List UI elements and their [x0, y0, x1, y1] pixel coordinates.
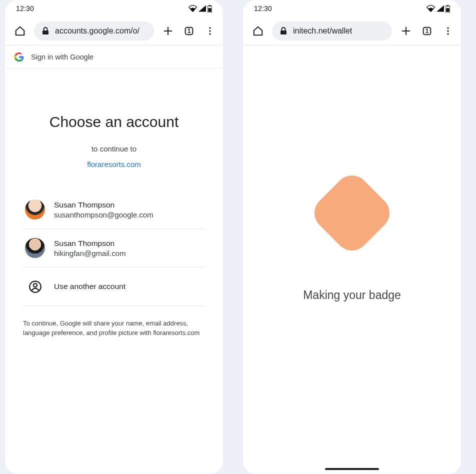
- signal-icon: [436, 5, 444, 12]
- status-icons: [426, 5, 450, 12]
- svg-point-9: [33, 284, 36, 287]
- person-icon: [25, 276, 45, 296]
- wifi-icon: [188, 5, 197, 12]
- page-title: Choose an account: [23, 114, 205, 130]
- disclosure-text: To continue, Google will share your name…: [23, 319, 205, 338]
- lock-icon: [42, 27, 49, 35]
- svg-rect-1: [209, 5, 211, 6]
- tabs-icon[interactable]: 1: [182, 24, 196, 38]
- new-tab-icon[interactable]: [161, 24, 175, 38]
- battery-icon: [446, 5, 450, 12]
- home-icon[interactable]: [13, 24, 27, 38]
- use-another-account-label: Use another account: [54, 282, 126, 291]
- status-bar: 12:30: [5, 0, 223, 17]
- battery-icon: [208, 5, 212, 12]
- browser-bar: accounts.google.com/o/ 1: [5, 17, 223, 45]
- subtitle: to continue to: [23, 144, 205, 153]
- loading-message: Making your badge: [303, 288, 401, 302]
- relying-party-link[interactable]: floraresorts.com: [23, 160, 205, 168]
- url-text: accounts.google.com/o/: [55, 26, 140, 36]
- svg-point-5: [209, 27, 210, 28]
- svg-rect-2: [208, 8, 211, 12]
- gis-label: Sign in with Google: [31, 53, 94, 61]
- avatar: [25, 238, 45, 258]
- account-list: Susan Thompson susanthompson@google.com …: [23, 190, 205, 306]
- wifi-icon: [426, 5, 435, 12]
- svg-rect-12: [446, 8, 449, 12]
- status-bar: 12:30: [243, 0, 461, 17]
- account-name: Susan Thompson: [54, 239, 126, 248]
- account-row[interactable]: Susan Thompson susanthompson@google.com: [23, 190, 205, 229]
- avatar: [25, 200, 45, 220]
- phone-right: 12:30 initech.net/wallet 1 Making your b…: [243, 0, 461, 474]
- menu-icon[interactable]: [203, 24, 217, 38]
- svg-rect-11: [447, 5, 449, 6]
- account-name: Susan Thompson: [54, 200, 154, 210]
- google-g-icon: [14, 52, 24, 62]
- gis-header: Sign in with Google: [5, 46, 223, 68]
- phone-left: 12:30 accounts.google.com/o/ 1: [5, 0, 223, 474]
- status-time: 12:30: [254, 4, 272, 12]
- loading-content: Making your badge: [243, 28, 461, 456]
- account-email: susanthompson@google.com: [54, 210, 154, 219]
- tabs-count: 1: [188, 28, 191, 34]
- svg-point-6: [209, 30, 210, 32]
- account-row[interactable]: Susan Thompson hikingfan@gmail.com: [23, 229, 205, 268]
- signal-icon: [198, 5, 206, 12]
- svg-rect-3: [42, 30, 48, 34]
- status-icons: [188, 5, 212, 12]
- account-email: hikingfan@gmail.com: [54, 249, 126, 258]
- loading-shape: [308, 168, 396, 258]
- gesture-bar: [325, 468, 379, 470]
- use-another-account-row[interactable]: Use another account: [23, 268, 205, 306]
- account-chooser: Choose an account to continue to florare…: [5, 68, 223, 338]
- svg-point-7: [209, 33, 210, 34]
- status-time: 12:30: [16, 4, 34, 12]
- url-bar[interactable]: accounts.google.com/o/: [34, 22, 154, 40]
